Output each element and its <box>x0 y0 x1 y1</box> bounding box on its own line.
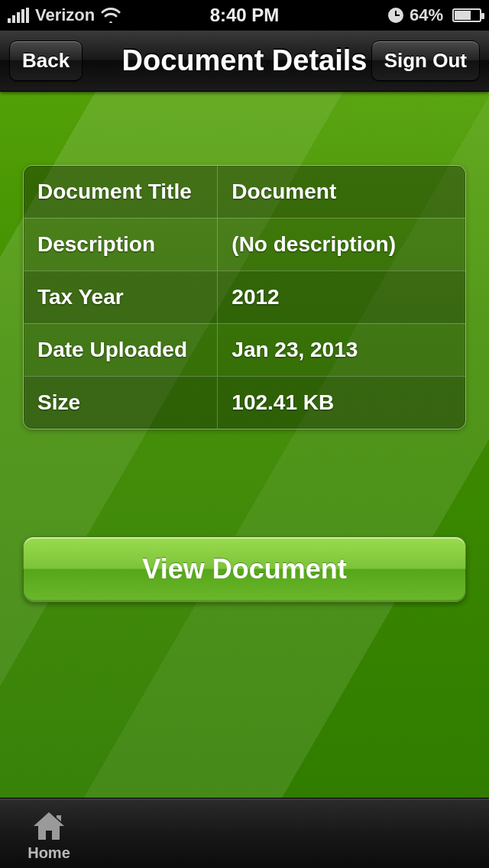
table-row: Tax Year 2012 <box>24 270 465 323</box>
detail-table: Document Title Document Description (No … <box>23 165 466 429</box>
status-bar: Verizon 8:40 PM 64% <box>0 0 489 31</box>
detail-value: Jan 23, 2013 <box>218 324 465 376</box>
alarm-icon <box>388 8 403 23</box>
tab-bar: Home <box>0 798 489 868</box>
nav-bar: Back Document Details Sign Out <box>0 31 489 92</box>
detail-label: Description <box>24 219 218 270</box>
detail-label: Document Title <box>24 166 218 218</box>
tab-home[interactable]: Home <box>0 805 98 862</box>
sign-out-button[interactable]: Sign Out <box>371 40 480 81</box>
content-area: Document Title Document Description (No … <box>0 92 489 798</box>
home-icon <box>0 809 98 843</box>
detail-value: (No description) <box>218 219 465 270</box>
view-document-button[interactable]: View Document <box>23 536 466 602</box>
table-row: Size 102.41 KB <box>24 376 465 429</box>
table-row: Description (No description) <box>24 218 465 270</box>
detail-value: Document <box>218 166 465 218</box>
detail-value: 102.41 KB <box>218 377 465 429</box>
back-button[interactable]: Back <box>9 40 83 81</box>
table-row: Date Uploaded Jan 23, 2013 <box>24 323 465 376</box>
status-time: 8:40 PM <box>0 5 489 26</box>
detail-value: 2012 <box>218 271 465 323</box>
detail-label: Tax Year <box>24 271 218 323</box>
detail-label: Date Uploaded <box>24 324 218 376</box>
tab-home-label: Home <box>0 844 98 862</box>
table-row: Document Title Document <box>24 166 465 218</box>
battery-icon <box>449 8 481 22</box>
detail-label: Size <box>24 377 218 429</box>
